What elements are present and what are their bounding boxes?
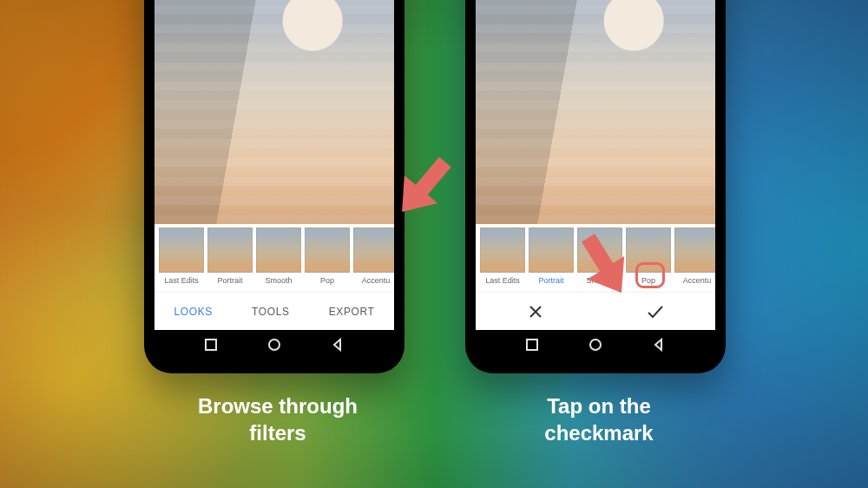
filter-item[interactable]: Last Edits: [158, 228, 205, 285]
nav-recent-icon[interactable]: [204, 338, 218, 355]
filter-item[interactable]: Pop: [304, 228, 351, 285]
nav-home-icon[interactable]: [589, 338, 602, 355]
edited-photo-preview[interactable]: [155, 0, 394, 224]
filter-item[interactable]: Smooth: [576, 228, 623, 285]
step-caption: Tap on the checkmark: [486, 392, 712, 446]
close-icon: [527, 303, 544, 320]
filter-item[interactable]: Smooth: [255, 228, 302, 285]
confirm-bar: [476, 292, 715, 330]
caption-line: filters: [249, 421, 306, 445]
svg-point-3: [590, 340, 601, 350]
filter-thumbnail: [529, 228, 574, 273]
filter-label: Smooth: [265, 276, 292, 285]
filter-item[interactable]: Last Edits: [479, 228, 526, 285]
phone-screen: Last Edits Portrait Smooth Pop Accentu: [155, 0, 394, 330]
phone-mockup-right: Last Edits Portrait Smooth Pop Accentu: [465, 0, 726, 373]
filter-thumbnail: [626, 228, 671, 273]
filter-thumbnail: [207, 228, 253, 273]
filter-thumbnail: [305, 228, 350, 273]
filter-item[interactable]: Portrait: [207, 228, 253, 285]
filter-item[interactable]: Accentu: [352, 228, 394, 285]
caption-line: checkmark: [544, 421, 653, 445]
filter-label: Pop: [320, 276, 334, 285]
filter-strip[interactable]: Last Edits Portrait Smooth Pop Accentu: [476, 224, 715, 292]
filter-label: Smooth: [586, 276, 613, 285]
tab-export[interactable]: EXPORT: [320, 300, 384, 323]
filter-thumbnail: [577, 228, 622, 273]
svg-point-1: [269, 340, 279, 350]
filter-strip[interactable]: Last Edits Portrait Smooth Pop Accentu: [155, 224, 394, 292]
bottom-tab-bar: LOOKS TOOLS EXPORT: [155, 292, 394, 330]
phone-screen: Last Edits Portrait Smooth Pop Accentu: [476, 0, 715, 330]
nav-back-icon[interactable]: [652, 338, 666, 355]
filter-item[interactable]: Accentu: [674, 228, 715, 285]
caption-line: Browse through: [198, 394, 358, 418]
cancel-button[interactable]: [527, 303, 544, 320]
nav-back-icon[interactable]: [331, 338, 345, 355]
svg-rect-4: [413, 157, 450, 198]
filter-label: Portrait: [217, 276, 242, 285]
filter-label: Last Edits: [485, 276, 520, 285]
filter-thumbnail: [159, 228, 204, 273]
filter-thumbnail: [674, 228, 715, 273]
svg-rect-0: [206, 340, 216, 350]
filter-thumbnail: [353, 228, 394, 273]
tutorial-stage: Last Edits Portrait Smooth Pop Accentu: [0, 0, 868, 488]
checkmark-icon: [646, 303, 665, 320]
filter-label: Pop: [641, 276, 655, 285]
android-nav-bar: [476, 330, 715, 363]
filter-thumbnail: [480, 228, 525, 273]
filter-label: Accentu: [362, 276, 391, 285]
svg-rect-2: [527, 340, 537, 350]
android-nav-bar: [155, 330, 394, 363]
filter-label: Portrait: [538, 276, 563, 285]
nav-home-icon[interactable]: [267, 338, 281, 355]
caption-line: Tap on the: [547, 394, 651, 418]
filter-item[interactable]: Pop: [625, 228, 672, 285]
step-caption: Browse through filters: [165, 392, 391, 446]
filter-label: Last Edits: [164, 276, 199, 285]
filter-label: Accentu: [683, 276, 712, 285]
filter-thumbnail: [256, 228, 301, 273]
filter-item[interactable]: Portrait: [528, 228, 575, 285]
nav-recent-icon[interactable]: [525, 338, 539, 355]
confirm-button[interactable]: [646, 303, 665, 320]
phone-mockup-left: Last Edits Portrait Smooth Pop Accentu: [144, 0, 404, 373]
edited-photo-preview[interactable]: [476, 0, 715, 224]
tab-looks[interactable]: LOOKS: [166, 300, 221, 323]
tab-tools[interactable]: TOOLS: [243, 300, 298, 323]
